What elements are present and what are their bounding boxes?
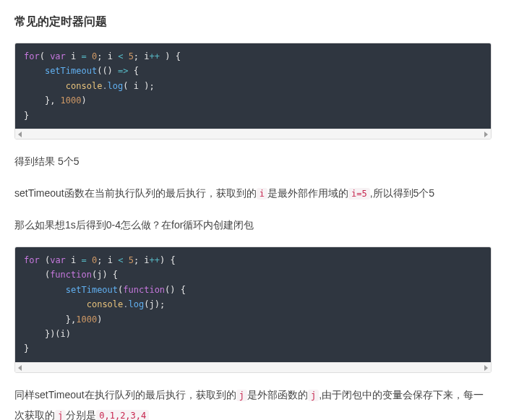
horizontal-scrollbar[interactable]	[15, 129, 491, 139]
code-content: for( var i = 0; i < 5; i++ ) { setTimeou…	[15, 43, 491, 129]
inline-code: j	[308, 390, 319, 401]
paragraph: 那么如果想1s后得到0-4怎么做？在for循环内创建闭包	[14, 215, 492, 235]
inline-code: j	[55, 410, 66, 420]
paragraph: setTimeout函数在当前执行队列的最后执行，获取到的i是最外部作用域的i=…	[14, 183, 492, 203]
paragraph: 同样setTimeout在执行队列的最后执行，获取到的j是外部函数的j,由于闭包…	[14, 385, 492, 420]
inline-code: i	[257, 188, 267, 200]
horizontal-scrollbar[interactable]	[15, 362, 491, 372]
inline-code: 0,1,2,3,4	[96, 410, 149, 420]
inline-code: i=5	[348, 188, 370, 200]
code-block-2: for (var i = 0; i < 5; i++) { (function(…	[14, 247, 492, 373]
inline-code: j	[236, 390, 247, 401]
paragraph: 得到结果 5个5	[14, 151, 492, 171]
code-content: for (var i = 0; i < 5; i++) { (function(…	[15, 247, 491, 362]
code-block-1: for( var i = 0; i < 5; i++ ) { setTimeou…	[14, 43, 492, 140]
section-heading: 常见的定时器问题	[14, 14, 492, 30]
